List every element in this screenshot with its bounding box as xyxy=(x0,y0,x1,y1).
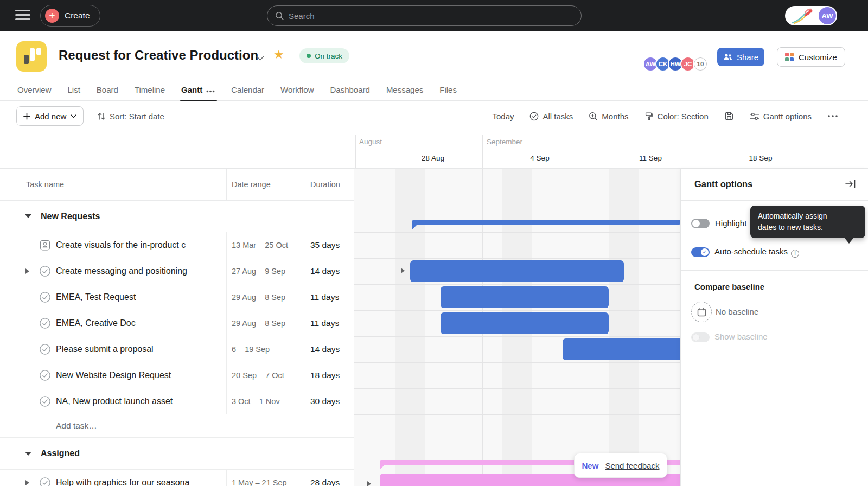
gantt-task-bar[interactable] xyxy=(441,286,609,308)
gantt-task-bar[interactable] xyxy=(410,260,624,282)
table-row[interactable]: EMEA, Test Request29 Aug – 8 Sep11 days xyxy=(0,284,354,310)
task-name-cell: New Requests xyxy=(0,201,226,232)
date-range-cell[interactable]: 20 Sep – 7 Oct xyxy=(226,362,305,388)
table-row[interactable]: NA, New product launch asset3 Oct – 1 No… xyxy=(0,388,354,414)
sort-control[interactable]: Sort: Start date xyxy=(98,106,164,126)
table-row[interactable]: EMEA, Creative Doc29 Aug – 8 Sep11 days xyxy=(0,310,354,336)
tab-files[interactable]: Files xyxy=(439,79,457,101)
tab-board[interactable]: Board xyxy=(97,79,118,101)
date-range-cell[interactable]: 13 Mar – 25 Oct xyxy=(226,232,305,258)
toolbar-months-button[interactable]: Months xyxy=(589,112,628,121)
tab-calendar[interactable]: Calendar xyxy=(231,79,264,101)
gantt-options-panel: Gantt options Highlight ✓ Auto-schedule … xyxy=(680,169,868,486)
table-row[interactable]: Help with graphics for our seasona1 May … xyxy=(0,470,354,486)
toolbar-all-tasks-button[interactable]: All tasks xyxy=(529,112,573,121)
asana-gantt-page: + Create AW Request for Creative Product… xyxy=(0,0,868,486)
search-bar[interactable] xyxy=(267,5,582,26)
highlight-toggle[interactable] xyxy=(691,219,710,228)
customize-button[interactable]: Customize xyxy=(777,47,845,67)
tab-workflow[interactable]: Workflow xyxy=(280,79,314,101)
share-button[interactable]: Share xyxy=(717,48,764,66)
show-baseline-toggle[interactable] xyxy=(691,332,710,342)
table-row[interactable]: Please submit a proposal6 – 19 Sep14 day… xyxy=(0,336,354,362)
info-icon[interactable]: i xyxy=(791,250,799,258)
expand-caret-icon[interactable] xyxy=(25,268,29,274)
tab-dashboard[interactable]: Dashboard xyxy=(330,79,369,101)
approval-icon[interactable] xyxy=(39,239,51,251)
expand-caret-icon[interactable] xyxy=(367,481,371,486)
tab-list[interactable]: List xyxy=(68,79,80,101)
chevron-down-icon[interactable] xyxy=(256,53,264,63)
section-collapse-caret-icon[interactable] xyxy=(25,452,31,456)
duration-cell[interactable]: 11 days xyxy=(305,310,354,336)
add-task-row[interactable]: Add task… xyxy=(0,414,354,438)
task-name[interactable]: Create visuals for the in-product c xyxy=(0,240,186,250)
check-circle-icon[interactable] xyxy=(39,477,51,486)
check-circle-icon[interactable] xyxy=(39,265,51,277)
toolbar-today-button[interactable]: Today xyxy=(492,112,514,121)
collapse-panel-icon[interactable] xyxy=(845,180,856,190)
table-row[interactable]: Create visuals for the in-product c13 Ma… xyxy=(0,232,354,258)
column-header-date-range[interactable]: Date range xyxy=(226,169,305,200)
tab-overview[interactable]: Overview xyxy=(17,79,52,101)
project-icon[interactable] xyxy=(16,41,47,72)
section-collapse-caret-icon[interactable] xyxy=(25,214,31,218)
tab-timeline[interactable]: Timeline xyxy=(135,79,165,101)
date-range-cell[interactable]: 1 May – 21 Sep xyxy=(226,470,305,486)
search-input[interactable] xyxy=(289,11,549,21)
duration-cell[interactable]: 14 days xyxy=(305,336,354,362)
user-account-pill[interactable]: AW xyxy=(785,6,837,25)
date-range-cell[interactable]: 27 Aug – 9 Sep xyxy=(226,258,305,284)
gantt-task-bar[interactable] xyxy=(441,312,609,334)
task-name[interactable]: EMEA, Test Request xyxy=(0,292,136,302)
hamburger-menu-icon[interactable] xyxy=(15,10,30,22)
task-name[interactable]: New Website Design Request xyxy=(0,370,171,380)
gantt-task-bar[interactable] xyxy=(563,338,682,360)
task-name[interactable]: Please submit a proposal xyxy=(0,344,154,354)
toolbar-color-section-button[interactable]: Color: Section xyxy=(644,112,709,121)
add-new-button[interactable]: Add new xyxy=(16,106,84,126)
duration-cell[interactable]: 18 days xyxy=(305,362,354,388)
favorite-star-icon[interactable]: ★ xyxy=(273,48,284,62)
duration-cell[interactable]: 28 days xyxy=(305,470,354,486)
create-button[interactable]: + Create xyxy=(40,5,100,27)
tab-messages[interactable]: Messages xyxy=(386,79,423,101)
date-range-cell[interactable]: 6 – 19 Sep xyxy=(226,336,305,362)
task-name[interactable]: NA, New product launch asset xyxy=(0,397,173,406)
avatar[interactable]: AW xyxy=(819,7,836,24)
expand-caret-icon[interactable] xyxy=(401,268,405,273)
date-range-value: 20 Sep – 7 Oct xyxy=(232,371,284,380)
duration-cell[interactable]: 11 days xyxy=(305,284,354,310)
toolbar-gantt-options-button[interactable]: Gantt options xyxy=(750,112,812,121)
duration-cell[interactable]: 30 days xyxy=(305,388,354,414)
auto-schedule-toggle[interactable]: ✓ xyxy=(691,247,710,257)
gantt-summary-bar[interactable] xyxy=(412,220,680,232)
new-badge: New xyxy=(582,461,599,470)
expand-caret-icon[interactable] xyxy=(25,480,29,485)
add-task-placeholder[interactable]: Add task… xyxy=(0,421,97,431)
check-circle-icon[interactable] xyxy=(39,395,51,407)
column-header-duration[interactable]: Duration xyxy=(305,169,354,200)
check-circle-icon[interactable] xyxy=(39,291,51,303)
task-name[interactable]: EMEA, Creative Doc xyxy=(0,318,136,328)
baseline-calendar-icon[interactable] xyxy=(691,302,712,322)
table-row[interactable]: New Website Design Request20 Sep – 7 Oct… xyxy=(0,362,354,388)
duration-cell[interactable]: 35 days xyxy=(305,232,354,258)
toolbar-more-button[interactable] xyxy=(827,114,838,118)
date-range-cell[interactable]: 29 Aug – 8 Sep xyxy=(226,310,305,336)
avatar-10[interactable]: 10 xyxy=(693,56,708,72)
tab-gantt[interactable]: Gantt xyxy=(181,79,215,101)
status-badge[interactable]: On track xyxy=(299,48,349,63)
week-label: 28 Aug xyxy=(422,154,444,162)
column-header-task-name[interactable]: Task name xyxy=(0,169,226,200)
date-range-cell[interactable]: 29 Aug – 8 Sep xyxy=(226,284,305,310)
date-range-cell[interactable]: 3 Oct – 1 Nov xyxy=(226,388,305,414)
check-circle-icon[interactable] xyxy=(39,343,51,355)
duration-cell[interactable]: 14 days xyxy=(305,258,354,284)
toolbar-save-button[interactable] xyxy=(724,111,734,121)
check-circle-icon[interactable] xyxy=(39,317,51,329)
check-circle-icon[interactable] xyxy=(39,369,51,381)
tab-overflow-icon[interactable] xyxy=(206,85,215,94)
table-row[interactable]: Create messaging and positioning27 Aug –… xyxy=(0,258,354,284)
send-feedback-link[interactable]: Send feedback xyxy=(605,461,659,470)
